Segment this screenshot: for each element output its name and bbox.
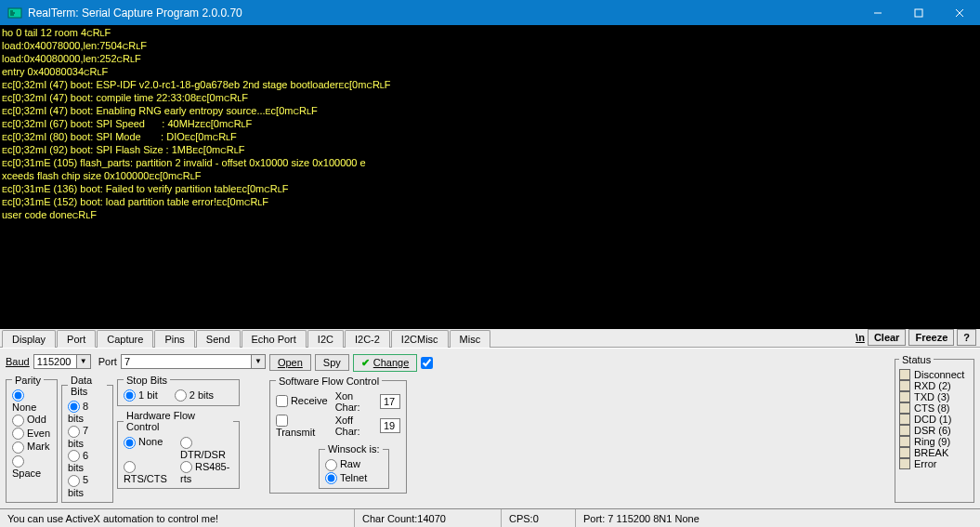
parity-option[interactable]: Mark [12,441,51,454]
status-led-disconnect: Disconnect [899,369,970,380]
led-icon [899,425,910,436]
baud-label: Baud [6,356,30,367]
parity-group: Parity NoneOddEvenMarkSpace [6,375,58,503]
winsock-group: Winsock is: RawTelnet [319,443,389,489]
tab-capture[interactable]: Capture [97,330,153,348]
receive-label: Receive [291,395,328,406]
status-led-cts-8-: CTS (8) [899,402,970,414]
led-icon [899,436,910,447]
parity-option[interactable]: Space [12,455,51,479]
parity-legend: Parity [12,375,44,386]
port-dropdown-icon[interactable]: ▼ [251,354,266,369]
status-led-ring-9-: Ring (9) [899,436,970,447]
hwflow-option[interactable]: DTR/DSR [180,436,233,460]
hwflow-option[interactable]: RTS/CTS [124,461,176,485]
baud-dropdown-icon[interactable]: ▼ [76,354,91,369]
led-icon [899,402,910,414]
tab-right-tools: \n Clear Freeze ? [856,329,980,346]
svg-rect-2 [915,9,922,17]
hwflow-option[interactable]: RS485-rts [180,461,233,485]
stopbits-legend: Stop Bits [124,375,170,386]
statusbar-cps: CPS:0 [502,509,576,527]
swflow-legend: Software Flow Control [276,375,382,387]
transmit-label: Transmit [276,427,315,438]
statusbar: You can use ActiveX automation to contro… [0,508,980,527]
led-icon [899,447,910,458]
databits-option[interactable]: 8 bits [68,401,107,425]
tab-i2c[interactable]: I2C [307,330,344,348]
tab-port[interactable]: Port [57,330,96,348]
hwflow-option[interactable]: None [124,436,176,460]
baud-port-row: Baud ▼ Port ▼ [6,354,266,369]
stopbits-option[interactable]: 1 bit [124,389,158,402]
change-checkbox[interactable] [421,357,433,369]
statusbar-port: Port: 7 115200 8N1 None [576,509,980,527]
winsock-option[interactable]: Telnet [325,472,383,485]
status-led-txd-3-: TXD (3) [899,391,970,402]
help-button[interactable]: ? [957,329,976,346]
transmit-checkbox[interactable] [276,415,288,427]
check-icon: ✔ [361,357,370,369]
status-led-error: Error [899,458,970,469]
spy-button[interactable]: Spy [315,354,349,371]
newline-toggle[interactable]: \n [856,332,865,343]
hwflow-legend: Hardware Flow Control [124,410,233,432]
change-button[interactable]: ✔Change [353,354,418,372]
tab-display[interactable]: Display [2,330,56,348]
xoff-input[interactable] [380,418,400,433]
receive-checkbox[interactable] [276,395,288,407]
minimize-button[interactable] [857,0,898,25]
app-window: RealTerm: Serial Capture Program 2.0.0.7… [0,0,980,527]
stopbits-option[interactable]: 2 bits [175,389,214,402]
open-button[interactable]: Open [269,354,311,371]
titlebar[interactable]: RealTerm: Serial Capture Program 2.0.0.7… [0,0,980,25]
window-title: RealTerm: Serial Capture Program 2.0.0.7… [28,7,857,20]
parity-option[interactable]: None [12,389,51,414]
xon-input[interactable] [380,394,400,409]
tab-pins[interactable]: Pins [154,330,194,348]
parity-option[interactable]: Even [12,428,51,441]
port-label: Port [98,356,117,367]
tab-i2c-2[interactable]: I2C-2 [345,330,390,348]
status-legend: Status [899,354,934,365]
winsock-option[interactable]: Raw [325,458,383,471]
tab-misc[interactable]: Misc [450,330,491,348]
app-icon [7,6,22,20]
swflow-group: Software Flow Control Receive Xon Char: … [269,375,407,494]
xon-label: Xon Char: [335,390,374,413]
stopbits-group: Stop Bits 1 bit2 bits [117,375,240,407]
status-led-dsr-6-: DSR (6) [899,425,970,436]
led-icon [899,369,910,380]
tab-bar: DisplayPortCapturePinsSendEcho PortI2CI2… [0,329,980,348]
led-icon [899,391,910,402]
databits-option[interactable]: 7 bits [68,425,107,449]
databits-legend: Data Bits [68,375,107,397]
baud-combo[interactable]: ▼ [33,354,91,369]
tab-i2cmisc[interactable]: I2CMisc [391,330,449,348]
baud-input[interactable] [33,354,76,369]
statusbar-hint: You can use ActiveX automation to contro… [0,509,355,527]
status-led-rxd-2-: RXD (2) [899,380,970,391]
led-icon [899,458,910,469]
winsock-legend: Winsock is: [325,443,383,455]
port-combo[interactable]: ▼ [121,354,266,369]
databits-option[interactable]: 6 bits [68,450,107,474]
parity-option[interactable]: Odd [12,414,51,427]
freeze-button[interactable]: Freeze [908,329,954,346]
led-icon [899,380,910,391]
port-input[interactable] [121,354,251,369]
tab-send[interactable]: Send [196,330,241,348]
maximize-button[interactable] [898,0,939,25]
led-icon [899,414,910,425]
databits-group: Data Bits 8 bits7 bits6 bits5 bits [61,375,113,503]
terminal-output[interactable]: ho 0 tail 12 room 4CRLFload:0x40078000,l… [0,25,980,329]
tab-echo-port[interactable]: Echo Port [242,330,307,348]
clear-button[interactable]: Clear [868,329,907,346]
status-led-break: BREAK [899,447,970,458]
status-led-dcd-1-: DCD (1) [899,414,970,425]
databits-option[interactable]: 5 bits [68,474,107,498]
window-buttons [857,0,980,25]
port-panel: Baud ▼ Port ▼ Parity NoneOddEvenMarkSpac… [0,348,980,508]
close-button[interactable] [939,0,980,25]
statusbar-charcount: Char Count:14070 [355,509,502,527]
